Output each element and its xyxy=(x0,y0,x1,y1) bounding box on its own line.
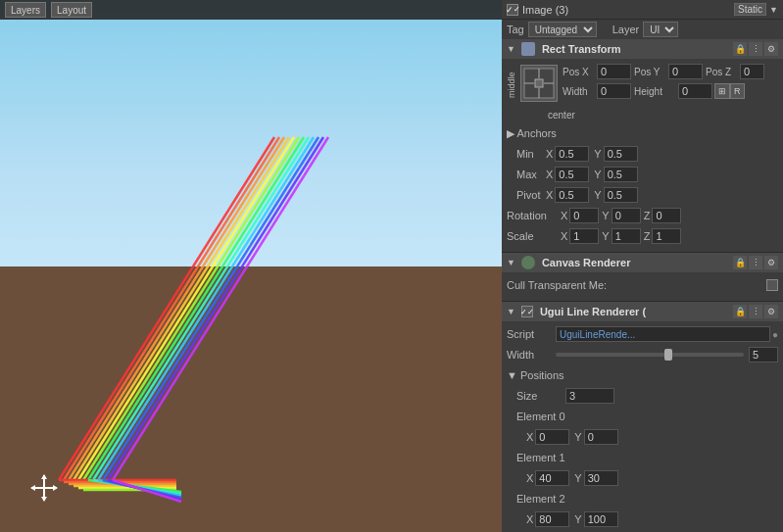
el1-x-input[interactable] xyxy=(535,470,569,486)
max-label: Max xyxy=(516,169,546,180)
width-label-ugui: Width xyxy=(507,349,556,361)
tag-label: Tag xyxy=(507,24,524,35)
ugui-enabled-checkbox[interactable]: ✓ xyxy=(521,306,533,317)
rotation-row: Rotation X Y Z xyxy=(507,207,778,224)
svg-marker-27 xyxy=(41,497,47,502)
scale-row: Scale X Y Z xyxy=(507,227,778,245)
ugui-arrow: ▼ xyxy=(507,307,515,316)
ugui-settings-btn[interactable]: ⚙ xyxy=(764,305,778,318)
pivot-x-input[interactable] xyxy=(555,187,589,203)
el1-y-label: Y xyxy=(574,472,581,484)
width-slider[interactable] xyxy=(556,353,744,357)
canvas-lock-btn[interactable]: 🔒 xyxy=(733,256,747,269)
width-input[interactable] xyxy=(597,83,631,99)
canvas-renderer-body: Cull Transparent Me: xyxy=(502,272,783,301)
r-btn[interactable]: R xyxy=(730,83,745,99)
scale-z-input[interactable] xyxy=(652,228,681,244)
rect-transform-header[interactable]: ▼ Rect Transform 🔒 ⋮ ⚙ xyxy=(502,39,783,59)
pivot-y-input[interactable] xyxy=(604,187,638,203)
el2-x-input[interactable] xyxy=(535,511,569,527)
max-x-input[interactable] xyxy=(555,167,589,182)
static-dropdown-arrow[interactable]: ▼ xyxy=(769,5,778,15)
min-y-input[interactable] xyxy=(604,146,638,162)
height-input[interactable] xyxy=(678,83,712,99)
rot-y-input[interactable] xyxy=(612,208,641,223)
anchors-row: ▶ Anchors xyxy=(507,124,778,142)
script-ref: UguiLineRende... ● xyxy=(556,326,778,342)
scale-x-input[interactable] xyxy=(569,228,599,244)
ugui-menu-btn[interactable]: ⋮ xyxy=(749,305,762,318)
pos-xyz-group: Pos X Pos Y Pos Z Width Height ⊞ R xyxy=(563,63,778,103)
pivot-label: Pivot xyxy=(516,189,546,201)
posz-input[interactable] xyxy=(740,64,764,79)
ugui-lock-btn[interactable]: 🔒 xyxy=(733,305,747,318)
el1-x-label: X xyxy=(526,472,533,484)
height-label: Height xyxy=(634,86,678,97)
rect-menu-btn[interactable]: ⋮ xyxy=(749,42,762,56)
posy-input[interactable] xyxy=(668,64,703,79)
svg-rect-31 xyxy=(535,79,543,87)
move-gizmo xyxy=(29,473,59,503)
max-y-input[interactable] xyxy=(604,167,638,182)
el0-x-input[interactable] xyxy=(535,429,569,445)
scale-z-label: Z xyxy=(644,230,651,242)
pos-xyz-row: Pos X Pos Y Pos Z xyxy=(563,63,778,80)
ugui-line-renderer-section: ▼ ✓ Ugui Line Renderer ( 🔒 ⋮ ⚙ Script Ug… xyxy=(502,302,783,532)
svg-marker-28 xyxy=(30,485,35,491)
cull-checkbox[interactable] xyxy=(766,279,778,291)
element2-xy-row: X Y xyxy=(526,510,778,528)
canvas-renderer-header[interactable]: ▼ Canvas Renderer 🔒 ⋮ ⚙ xyxy=(502,253,783,272)
anchor-diagram[interactable] xyxy=(520,65,558,102)
element0-header-row: Element 0 xyxy=(516,408,778,425)
anchor-min-row: Min X Y xyxy=(516,145,778,163)
rect-transform-icon xyxy=(521,42,535,56)
center-label-row: center xyxy=(507,106,778,123)
ugui-line-renderer-body: Script UguiLineRende... ● Width ▼ Positi… xyxy=(502,321,783,532)
posx-input[interactable] xyxy=(597,64,631,79)
element0-xy-row: X Y xyxy=(526,428,778,446)
positions-row: ▼ Positions xyxy=(507,366,778,384)
rot-z-label: Z xyxy=(644,210,651,221)
active-checkbox[interactable]: ✓ xyxy=(507,4,518,16)
canvas-menu-btn[interactable]: ⋮ xyxy=(749,256,762,269)
min-x-input[interactable] xyxy=(555,146,589,162)
el0-y-label: Y xyxy=(574,431,581,443)
canvas-settings-btn[interactable]: ⚙ xyxy=(764,256,778,269)
size-input[interactable] xyxy=(565,388,614,404)
posx-label: Pos X xyxy=(563,67,597,77)
scale-label: Scale xyxy=(507,230,561,242)
script-label: Script xyxy=(507,328,556,340)
rot-x-label: X xyxy=(561,210,567,221)
tag-dropdown[interactable]: Untagged xyxy=(528,22,597,37)
inspector-panel: ✓ Image (3) Static ▼ Tag Untagged Layer … xyxy=(502,0,783,532)
cull-row: Cull Transparent Me: xyxy=(507,276,778,294)
element2-header-row: Element 2 xyxy=(516,490,778,508)
wh-row: Width Height ⊞ R xyxy=(563,82,778,100)
rect-lock-btn[interactable]: 🔒 xyxy=(733,42,747,56)
width-value-input[interactable] xyxy=(749,347,778,363)
rot-z-input[interactable] xyxy=(652,208,681,223)
max-x-label: X xyxy=(546,169,553,180)
viewport-toolbar: Layers Layout xyxy=(0,0,502,20)
layers-button[interactable]: Layers xyxy=(5,2,46,18)
el0-y-input[interactable] xyxy=(584,429,618,445)
layout-button[interactable]: Layout xyxy=(51,2,92,18)
rot-x-input[interactable] xyxy=(569,208,599,223)
canvas-renderer-icon xyxy=(521,256,535,269)
pivot-x-label: X xyxy=(546,189,553,201)
el2-y-input[interactable] xyxy=(584,511,618,527)
scale-y-input[interactable] xyxy=(612,228,641,244)
element2-label: Element 2 xyxy=(516,493,565,505)
blueprint-btn[interactable]: ⊞ xyxy=(714,83,730,99)
width-row: Width xyxy=(507,346,778,363)
el1-y-input[interactable] xyxy=(584,470,618,486)
anchor-max-row: Max X Y xyxy=(516,166,778,183)
layer-dropdown[interactable]: UI xyxy=(643,22,678,37)
rect-settings-btn[interactable]: ⚙ xyxy=(764,42,778,56)
ugui-line-renderer-header[interactable]: ▼ ✓ Ugui Line Renderer ( 🔒 ⋮ ⚙ xyxy=(502,302,783,321)
ugui-actions: 🔒 ⋮ ⚙ xyxy=(733,305,778,318)
script-value: UguiLineRende... xyxy=(556,326,770,342)
element0-label: Element 0 xyxy=(516,411,565,422)
viewport[interactable]: Layers Layout xyxy=(0,0,502,532)
canvas-renderer-title: Canvas Renderer xyxy=(542,257,631,268)
